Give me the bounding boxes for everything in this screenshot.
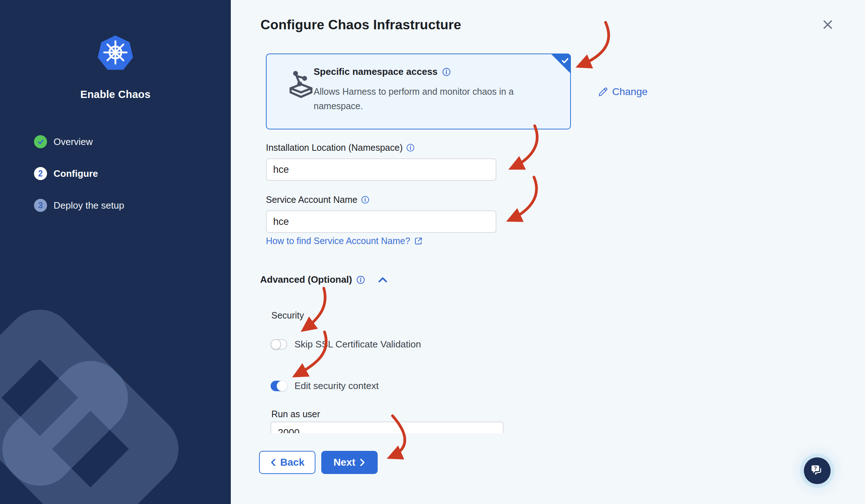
back-button-label: Back <box>280 457 305 468</box>
change-link-label: Change <box>612 86 648 98</box>
run-as-user-label: Run as user <box>271 409 320 419</box>
service-account-field-label: Service Account Name <box>266 195 369 205</box>
back-button[interactable]: Back <box>259 451 315 474</box>
svg-text:?: ? <box>814 465 817 471</box>
access-card-description: Allows Harness to perform and monitor ch… <box>314 84 538 113</box>
edit-security-context-toggle[interactable] <box>271 381 287 391</box>
skip-ssl-toggle[interactable] <box>271 339 287 350</box>
external-link-icon <box>414 236 423 245</box>
security-heading: Security <box>271 310 304 321</box>
namespace-access-icon <box>288 70 314 98</box>
change-link[interactable]: Change <box>598 86 648 98</box>
service-account-input[interactable] <box>266 210 496 233</box>
run-as-user-input[interactable] <box>271 422 504 444</box>
chevron-left-icon <box>270 458 276 466</box>
skip-ssl-label: Skip SSL Certificate Validation <box>294 339 421 350</box>
info-icon[interactable] <box>356 276 365 284</box>
info-icon[interactable] <box>406 144 415 152</box>
selected-check-badge <box>551 54 571 74</box>
edit-security-context-toggle-row: Edit security context <box>271 380 379 392</box>
next-button-label: Next <box>334 457 356 468</box>
advanced-section-header: Advanced (Optional) <box>260 274 388 285</box>
access-type-card-selected[interactable]: Specific namespace access Allows Harness… <box>266 54 571 129</box>
info-icon[interactable] <box>361 196 369 204</box>
namespace-field-label: Installation Location (Namespace) <box>266 142 415 153</box>
chat-question-icon: ? <box>810 464 825 478</box>
help-chat-button[interactable]: ? <box>804 457 831 484</box>
skip-ssl-toggle-row: Skip SSL Certificate Validation <box>271 339 421 350</box>
chevron-up-icon[interactable] <box>377 275 388 285</box>
chevron-right-icon <box>360 458 365 466</box>
info-icon[interactable] <box>442 68 451 76</box>
advanced-label: Advanced (Optional) <box>260 274 352 285</box>
configure-chaos-infrastructure-dialog: Enable Chaos Overview 2 Configure 3 Depl… <box>0 0 865 504</box>
check-icon <box>561 57 569 65</box>
next-button[interactable]: Next <box>321 451 378 474</box>
access-card-title: Specific namespace access <box>314 66 438 77</box>
service-account-help-link[interactable]: How to find Service Account Name? <box>266 236 423 246</box>
form-scroll-area: Specific namespace access Allows Harness… <box>0 0 865 504</box>
namespace-input[interactable] <box>266 158 496 181</box>
edit-security-context-label: Edit security context <box>294 380 379 392</box>
pencil-icon <box>598 87 608 97</box>
